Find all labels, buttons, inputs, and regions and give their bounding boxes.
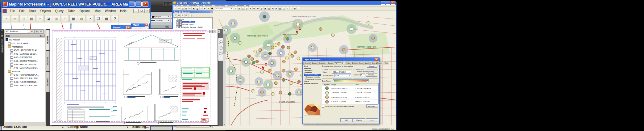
toolbar-button[interactable] xyxy=(94,15,102,22)
doc-close-icon[interactable]: ✕ xyxy=(217,30,220,33)
show-tree-item[interactable]: Charts xyxy=(304,80,321,82)
toolbar-button[interactable] xyxy=(271,7,274,10)
toolbar-button[interactable] xyxy=(181,7,184,10)
toolbar-button[interactable] xyxy=(264,7,267,10)
layer-label[interactable]: House Types xyxy=(182,23,193,25)
layer-label[interactable]: MoransCluster xyxy=(182,21,195,23)
sheet-row[interactable]: A-04 - REFLECTED CEILI... xyxy=(5,63,45,66)
menu-item[interactable]: Edit xyxy=(17,9,27,13)
arcmap-titlebar[interactable]: Clusters - ArcMap - ArcInfo _ □ ✕ xyxy=(173,1,396,5)
mdi-minimize-button[interactable]: _ xyxy=(133,9,139,13)
class-row[interactable]: 0.851514 - 3.043086 0.851514 - 3.043086 xyxy=(322,100,378,104)
toolbar-button[interactable] xyxy=(252,7,256,10)
show-tree-item[interactable]: Quantities xyxy=(304,72,321,74)
dialog-tab[interactable]: Display xyxy=(327,61,334,65)
sheet-row[interactable]: Structural xyxy=(5,70,45,73)
toolbar-button[interactable] xyxy=(234,7,237,10)
color-ramp-combo[interactable]: ▼ xyxy=(333,79,369,82)
toc-tool-button[interactable] xyxy=(185,14,188,17)
arcmap-close-button[interactable]: ✕ xyxy=(391,1,395,5)
toc-tool-button[interactable] xyxy=(177,14,181,17)
toolbar-button[interactable] xyxy=(188,7,192,10)
color-combo[interactable]: ByLayer▼ xyxy=(151,15,170,19)
drawing-canvas[interactable]: ─ ❐ ✕ xyxy=(50,29,226,126)
canvas-scrollbar[interactable] xyxy=(223,29,226,126)
mapinfo-close-button[interactable]: ✕ xyxy=(142,2,148,7)
expander-icon[interactable] xyxy=(176,23,179,26)
toolbar-button[interactable] xyxy=(53,15,60,22)
toolbar-button[interactable] xyxy=(86,15,94,22)
class-symbol[interactable] xyxy=(325,95,329,99)
toolbar-button[interactable] xyxy=(267,7,271,10)
menu-item[interactable]: Tools xyxy=(27,9,38,13)
toolbar-button[interactable] xyxy=(177,7,181,10)
toolbar-button[interactable] xyxy=(111,15,119,22)
dialog-tab[interactable]: Joins & Relates xyxy=(371,61,383,65)
show-tree-item[interactable]: Categories xyxy=(304,70,321,72)
toolbar-button[interactable] xyxy=(11,15,19,22)
toolbar-button[interactable] xyxy=(286,7,289,10)
main-toolbar-titlebar[interactable]: Main ✕ xyxy=(131,23,149,27)
dialog-tab[interactable]: General xyxy=(303,61,311,65)
layer-label[interactable]: Calls for Service - Feb01 xyxy=(182,26,203,28)
arcmap-minimize-button[interactable]: _ xyxy=(381,1,385,5)
menu-item[interactable]: Selection xyxy=(204,5,213,6)
menu-item[interactable]: Help xyxy=(245,5,250,6)
expander-icon[interactable] xyxy=(174,18,176,20)
expander-icon[interactable] xyxy=(176,20,179,23)
doc-minimize-icon[interactable]: ─ xyxy=(209,30,213,33)
toolbar-button[interactable] xyxy=(61,15,69,22)
menu-item[interactable]: Windows xyxy=(236,5,245,6)
show-tree-item[interactable]: Graduated symbols xyxy=(304,76,321,78)
toolbar-button[interactable] xyxy=(278,7,282,10)
publish-button[interactable]: ▤ xyxy=(34,29,39,34)
toolbar-button[interactable] xyxy=(289,7,293,10)
menu-item[interactable]: View xyxy=(182,5,188,6)
sheet-label[interactable]: A-02 - ELEVATIONS xyxy=(14,56,32,58)
side-tab[interactable]: 图纸列表 xyxy=(46,30,50,50)
lineweight-combo[interactable]: ByLayer▼ xyxy=(150,19,170,22)
arcmap-maximize-button[interactable]: □ xyxy=(386,1,390,5)
show-tree-item[interactable]: Multiple Attributes xyxy=(304,82,321,85)
menu-item[interactable]: Insert xyxy=(198,5,204,6)
class-symbol[interactable] xyxy=(325,91,329,95)
toc-tool-button[interactable] xyxy=(173,14,177,17)
dialog-tab[interactable]: Labels xyxy=(364,61,371,65)
menu-item[interactable]: Help xyxy=(118,9,129,13)
sheet-row[interactable]: S-04 - STRUCTURAL SEC... xyxy=(5,84,45,87)
toolbar-button[interactable] xyxy=(203,7,206,10)
dialog-titlebar[interactable]: Layer Properties ✕ xyxy=(303,58,379,61)
sheet-label[interactable]: T-01 - TITLE SHEET xyxy=(11,42,30,44)
sheet-label[interactable]: Structural xyxy=(12,70,20,73)
toolbar-button[interactable] xyxy=(297,7,300,10)
mdi-restore-button[interactable]: ❏ xyxy=(139,9,144,13)
panel-menu-icon[interactable]: ▤ xyxy=(1,34,3,37)
toc-tool-button[interactable] xyxy=(188,14,192,17)
mdi-close-button[interactable]: ✕ xyxy=(144,9,150,13)
scale-combo[interactable]: 1:10,000▼ xyxy=(215,7,233,10)
menu-item[interactable]: Options xyxy=(77,9,92,13)
menu-item[interactable]: Geoprocessing xyxy=(213,5,226,6)
sheet-label[interactable]: AS-01 - ARCH SITE PLAN xyxy=(14,49,37,51)
sheet-label[interactable]: A-01 - MAIN AND SECO... xyxy=(14,53,37,55)
show-tree-item[interactable]: Features xyxy=(304,67,321,70)
class-row[interactable]: -7.626574 - -3.694779 -7.626574 - -3.694… xyxy=(322,86,378,91)
dialog-tab[interactable]: Source xyxy=(311,61,318,65)
sheet-row[interactable]: T-01 - TITLE SHEET xyxy=(5,41,45,45)
class-label[interactable]: 0.851514 - 3.043086 xyxy=(355,101,378,103)
mapinfo-minimize-button[interactable]: _ xyxy=(129,2,135,7)
sheet-row[interactable]: S-02 - STRUCTURAL SEC... xyxy=(5,77,45,80)
toc-titlebar[interactable]: Table Of Contents ✕ xyxy=(173,11,213,13)
class-label[interactable]: -7.626574 - -3.694779 xyxy=(355,87,378,89)
sheet-label[interactable]: S-03 - FLOOR FRAMING... xyxy=(14,81,38,83)
main-toolbar-close-icon[interactable]: ✕ xyxy=(145,23,149,27)
toolbar-button[interactable] xyxy=(260,7,263,10)
side-tab[interactable]: 图纸视图 xyxy=(46,51,50,71)
dialog-close-icon[interactable]: ✕ xyxy=(375,58,378,61)
section-icons[interactable]: ◫ ▲ xyxy=(40,35,44,37)
toc-layer-row[interactable]: Analysis xyxy=(173,18,212,20)
toolbar-button[interactable] xyxy=(185,7,188,10)
sheet-row[interactable]: A-05 - SECTIONS AND D... xyxy=(5,66,45,70)
show-tree-item[interactable]: Graduated colors xyxy=(304,74,321,76)
class-symbol[interactable] xyxy=(325,87,329,90)
